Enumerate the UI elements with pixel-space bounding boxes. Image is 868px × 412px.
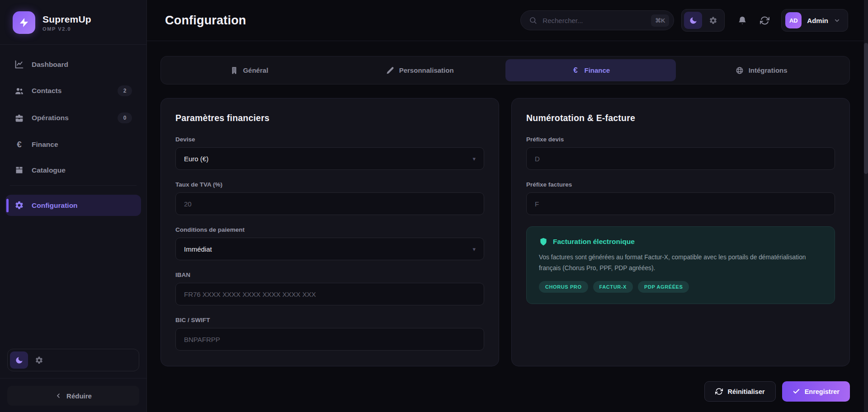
gear-icon bbox=[35, 356, 43, 365]
user-menu[interactable]: AD Admin bbox=[781, 9, 848, 32]
sidebar-item-contacts[interactable]: Contacts 2 bbox=[5, 80, 141, 102]
theme-switcher bbox=[7, 349, 139, 371]
sidebar-item-label: Contacts bbox=[32, 87, 61, 95]
chevron-left-icon bbox=[55, 392, 62, 399]
financial-settings-card: Paramètres financiers Devise Euro (€) ▾ … bbox=[160, 98, 499, 366]
app-version: OMP V2.0 bbox=[42, 26, 91, 32]
sidebar-nav: Dashboard Contacts 2 Opérations 0 € Fina… bbox=[0, 45, 146, 220]
bell-icon bbox=[737, 15, 747, 25]
e-invoicing-badges: CHORUS PRO FACTUR-X PDP AGRÉÉES bbox=[539, 281, 822, 293]
search-box[interactable]: ⌘K bbox=[520, 10, 674, 30]
avatar: AD bbox=[785, 12, 802, 28]
sidebar-item-label: Configuration bbox=[32, 201, 78, 210]
light-mode-button[interactable] bbox=[30, 351, 48, 369]
tab-label: Intégrations bbox=[749, 66, 788, 74]
dark-mode-button[interactable] bbox=[10, 351, 28, 369]
iban-input[interactable] bbox=[175, 283, 484, 305]
pencil-icon bbox=[386, 66, 395, 75]
invoice-prefix-label: Préfixe factures bbox=[526, 181, 835, 188]
users-icon bbox=[14, 86, 24, 96]
light-mode-button[interactable] bbox=[704, 12, 722, 29]
tab-label: Finance bbox=[585, 66, 610, 74]
sidebar-item-label: Opérations bbox=[32, 114, 69, 122]
settings-tabbar: Général Personnalisation € Finance Intég… bbox=[160, 56, 850, 84]
card-title: Numérotation & E-facture bbox=[526, 113, 835, 123]
sidebar-item-finance[interactable]: € Finance bbox=[5, 134, 141, 155]
quote-prefix-input[interactable] bbox=[526, 147, 835, 170]
tab-general[interactable]: Général bbox=[164, 59, 335, 81]
tab-finance[interactable]: € Finance bbox=[505, 59, 676, 81]
search-icon bbox=[529, 16, 537, 24]
active-indicator bbox=[6, 199, 9, 212]
brand: SupremUp OMP V2.0 bbox=[0, 0, 146, 45]
moon-icon bbox=[689, 16, 698, 25]
tva-input[interactable] bbox=[175, 192, 484, 215]
sidebar-item-catalogue[interactable]: Catalogue bbox=[5, 159, 141, 181]
refresh-icon bbox=[760, 16, 769, 25]
gear-icon bbox=[14, 201, 24, 210]
gear-icon bbox=[709, 16, 717, 25]
chevron-down-icon bbox=[834, 17, 840, 24]
notifications-button[interactable] bbox=[737, 15, 747, 25]
settings-cards: Paramètres financiers Devise Euro (€) ▾ … bbox=[160, 98, 850, 366]
devise-value: Euro (€) bbox=[184, 155, 208, 163]
topbar: Configuration ⌘K bbox=[147, 0, 868, 41]
devise-label: Devise bbox=[175, 136, 484, 143]
shield-icon bbox=[539, 237, 548, 246]
chevron-down-icon: ▾ bbox=[472, 246, 476, 253]
app-logo bbox=[13, 11, 35, 34]
euro-icon: € bbox=[571, 66, 580, 75]
globe-icon bbox=[736, 66, 744, 75]
moon-icon bbox=[15, 356, 24, 365]
app-name: SupremUp bbox=[42, 14, 91, 25]
briefcase-icon bbox=[14, 113, 24, 123]
card-title: Paramètres financiers bbox=[175, 113, 484, 123]
sidebar-item-dashboard[interactable]: Dashboard bbox=[5, 54, 141, 75]
main-area: Configuration ⌘K bbox=[147, 0, 868, 412]
payment-terms-label: Conditions de paiement bbox=[175, 226, 484, 233]
bic-label: BIC / SWIFT bbox=[175, 317, 484, 323]
sidebar-bottom-divider bbox=[0, 378, 146, 379]
e-invoicing-info-box: Facturation électronique Vos factures so… bbox=[526, 226, 835, 304]
numbering-efacture-card: Numérotation & E-facture Préfixe devis P… bbox=[511, 98, 850, 366]
operations-count-badge: 0 bbox=[118, 112, 132, 123]
tab-label: Général bbox=[243, 66, 268, 74]
save-label: Enregistrer bbox=[805, 388, 840, 395]
refresh-button[interactable] bbox=[760, 16, 769, 25]
page-title: Configuration bbox=[165, 14, 246, 28]
collapse-sidebar-button[interactable]: Réduire bbox=[7, 386, 139, 406]
badge-chorus-pro: CHORUS PRO bbox=[539, 281, 588, 293]
euro-icon: € bbox=[14, 140, 24, 149]
refresh-icon bbox=[715, 388, 723, 395]
tab-personnalisation[interactable]: Personnalisation bbox=[335, 59, 505, 81]
sidebar-item-label: Dashboard bbox=[32, 61, 68, 69]
sidebar-item-label: Finance bbox=[32, 140, 58, 149]
reset-button[interactable]: Réinitialiser bbox=[704, 381, 775, 402]
reset-label: Réinitialiser bbox=[727, 388, 764, 395]
save-button[interactable]: Enregistrer bbox=[782, 381, 850, 402]
search-shortcut-badge: ⌘K bbox=[651, 14, 669, 27]
chevron-down-icon: ▾ bbox=[472, 155, 476, 162]
devise-select[interactable]: Euro (€) ▾ bbox=[175, 147, 484, 170]
chart-line-icon bbox=[14, 60, 24, 69]
sidebar-item-operations[interactable]: Opérations 0 bbox=[5, 107, 141, 129]
lightning-icon bbox=[19, 17, 29, 28]
badge-factur-x: FACTUR-X bbox=[593, 281, 633, 293]
sidebar: SupremUp OMP V2.0 Dashboard Contacts 2 O… bbox=[0, 0, 147, 412]
tva-label: Taux de TVA (%) bbox=[175, 181, 484, 188]
sidebar-item-configuration[interactable]: Configuration bbox=[5, 195, 141, 216]
invoice-prefix-input[interactable] bbox=[526, 192, 835, 215]
dark-mode-button[interactable] bbox=[684, 12, 702, 29]
scrollbar[interactable] bbox=[864, 0, 868, 412]
e-invoicing-description: Vos factures sont générées au format Fac… bbox=[539, 252, 822, 274]
sidebar-bottom: Réduire bbox=[0, 349, 146, 412]
e-invoicing-title: Facturation électronique bbox=[553, 238, 635, 246]
payment-terms-select[interactable]: Immédiat ▾ bbox=[175, 238, 484, 260]
user-name: Admin bbox=[807, 17, 828, 24]
iban-label: IBAN bbox=[175, 272, 484, 278]
search-input[interactable] bbox=[542, 17, 646, 24]
scrollbar-thumb[interactable] bbox=[864, 43, 868, 174]
tab-integrations[interactable]: Intégrations bbox=[676, 59, 847, 81]
bic-input[interactable] bbox=[175, 328, 484, 351]
sidebar-item-label: Catalogue bbox=[32, 166, 66, 174]
